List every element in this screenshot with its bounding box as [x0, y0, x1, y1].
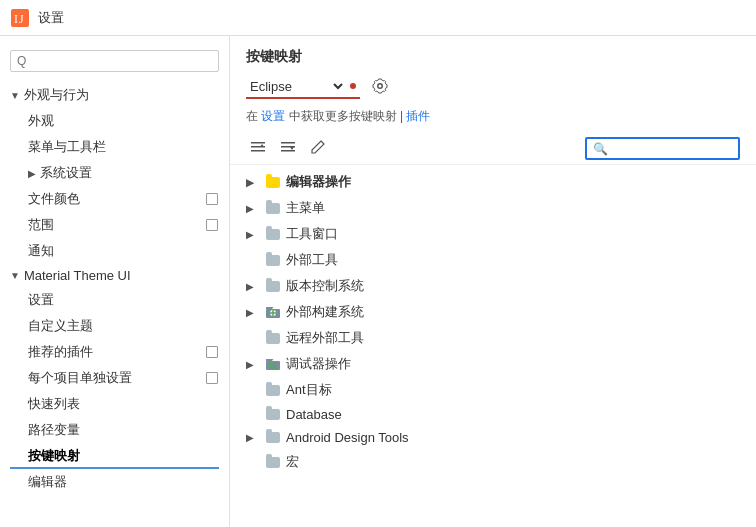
- tree-item-label: Database: [286, 407, 740, 422]
- svg-marker-6: [260, 144, 264, 147]
- folder-icon-wrapper: [264, 383, 282, 397]
- tree-item-label: Ant目标: [286, 381, 740, 399]
- app-icon: I J: [10, 8, 30, 28]
- collapse-all-button[interactable]: [276, 137, 300, 160]
- search-input[interactable]: [612, 141, 732, 156]
- recommended-plugins-badge: [205, 345, 219, 359]
- sidebar-item-label: 设置: [28, 291, 54, 309]
- sidebar-search-container[interactable]: [0, 44, 229, 78]
- tree-expand-icon: ▶: [246, 177, 262, 188]
- plugins-link[interactable]: 插件: [406, 109, 430, 123]
- folder-icon-wrapper: [264, 431, 282, 445]
- sidebar-item-label: 系统设置: [40, 164, 92, 182]
- keymap-modified-dot: [350, 83, 356, 89]
- content-area: 按键映射 Eclipse Default Visual Studio NetBe…: [230, 36, 756, 527]
- sidebar-item-appearance[interactable]: 外观: [0, 108, 229, 134]
- svg-marker-10: [290, 147, 294, 150]
- sidebar-search-input[interactable]: [10, 50, 219, 72]
- tree-item-tool-windows[interactable]: ▶ 工具窗口: [230, 221, 756, 247]
- folder-icon-wrapper: [264, 175, 282, 189]
- chevron-right-icon: ▶: [28, 168, 36, 179]
- tree-item-label: Android Design Tools: [286, 430, 740, 445]
- tree-item-external-build[interactable]: ▶ 外部构建系统: [230, 299, 756, 325]
- toolbar-row: 🔍: [230, 133, 756, 165]
- expand-all-button[interactable]: [246, 137, 270, 160]
- folder-icon-wrapper: [264, 408, 282, 422]
- folder-icon-wrapper: [264, 253, 282, 267]
- tree-expand-icon: ▶: [246, 359, 262, 370]
- sidebar-item-label: 按键映射: [28, 447, 80, 465]
- folder-gear-icon-wrapper: [264, 357, 282, 371]
- chevron-down-icon: ▼: [10, 270, 20, 281]
- build-folder-icon: [265, 305, 281, 319]
- tree-item-ant[interactable]: ▶ Ant目标: [230, 377, 756, 403]
- sidebar-item-custom-theme[interactable]: 自定义主题: [0, 313, 229, 339]
- sidebar-item-editor[interactable]: 编辑器: [0, 469, 229, 495]
- sidebar-item-file-colors[interactable]: 文件颜色: [0, 186, 229, 212]
- sidebar-group-appearance[interactable]: ▼ 外观与行为: [0, 82, 229, 108]
- tree-item-database[interactable]: ▶ Database: [230, 403, 756, 426]
- sidebar-item-label: 路径变量: [28, 421, 80, 439]
- sidebar-item-quick-list[interactable]: 快速列表: [0, 391, 229, 417]
- tree-item-label: 外部构建系统: [286, 303, 740, 321]
- svg-rect-7: [281, 142, 295, 144]
- tree-item-main-menu[interactable]: ▶ 主菜单: [230, 195, 756, 221]
- sidebar-item-settings[interactable]: 设置: [0, 287, 229, 313]
- sidebar-item-label: 文件颜色: [28, 190, 80, 208]
- svg-rect-3: [251, 142, 265, 144]
- tree-item-label: 编辑器操作: [286, 173, 740, 191]
- scope-badge: [205, 218, 219, 232]
- settings-link[interactable]: 设置: [261, 109, 285, 123]
- sidebar-item-recommended-plugins[interactable]: 推荐的插件: [0, 339, 229, 365]
- folder-icon-wrapper: [264, 279, 282, 293]
- tree-item-editor-actions[interactable]: ▶ 编辑器操作: [230, 169, 756, 195]
- folder-build-icon-wrapper: [264, 305, 282, 319]
- svg-text:J: J: [19, 12, 24, 26]
- tree-item-vcs[interactable]: ▶ 版本控制系统: [230, 273, 756, 299]
- sidebar-item-menus-toolbars[interactable]: 菜单与工具栏: [0, 134, 229, 160]
- tree-expand-icon: ▶: [246, 203, 262, 214]
- tree-item-label: 调试器操作: [286, 355, 740, 373]
- keymap-select[interactable]: Eclipse Default Visual Studio NetBeans: [246, 78, 346, 95]
- tree-item-label: 宏: [286, 453, 740, 471]
- edit-button[interactable]: [306, 137, 330, 160]
- sidebar-item-system-settings[interactable]: ▶ 系统设置: [0, 160, 229, 186]
- main-layout: ▼ 外观与行为 外观 菜单与工具栏 ▶ 系统设置 文件颜色 范围 通知 ▼ Ma…: [0, 36, 756, 527]
- debugger-folder-icon: [265, 357, 281, 371]
- content-link-row: 在 设置 中获取更多按键映射 | 插件: [246, 108, 740, 125]
- sidebar-item-label: 菜单与工具栏: [28, 138, 106, 156]
- tree-list: ▶ 编辑器操作 ▶ 主菜单 ▶ 工具窗口: [230, 165, 756, 527]
- sidebar-item-scope[interactable]: 范围: [0, 212, 229, 238]
- tree-item-external-tools[interactable]: ▶ 外部工具: [230, 247, 756, 273]
- tree-item-label: 工具窗口: [286, 225, 740, 243]
- tree-expand-icon: ▶: [246, 307, 262, 318]
- sidebar-item-label: 编辑器: [28, 473, 67, 491]
- tree-item-label: 外部工具: [286, 251, 740, 269]
- sidebar-item-label: 自定义主题: [28, 317, 93, 335]
- tree-expand-icon: ▶: [246, 432, 262, 443]
- keymap-settings-button[interactable]: [368, 76, 392, 100]
- tree-item-label: 版本控制系统: [286, 277, 740, 295]
- search-box[interactable]: 🔍: [585, 137, 740, 160]
- tree-item-macros[interactable]: ▶ 宏: [230, 449, 756, 475]
- sidebar-item-label: 快速列表: [28, 395, 80, 413]
- sidebar-item-label: 通知: [28, 242, 54, 260]
- content-header: 按键映射 Eclipse Default Visual Studio NetBe…: [230, 36, 756, 133]
- chevron-down-icon: ▼: [10, 90, 20, 101]
- window-title: 设置: [38, 9, 64, 27]
- folder-icon-wrapper: [264, 201, 282, 215]
- folder-icon-wrapper: [264, 331, 282, 345]
- sidebar-item-per-project[interactable]: 每个项目单独设置: [0, 365, 229, 391]
- svg-rect-5: [251, 150, 265, 152]
- tree-item-debugger[interactable]: ▶ 调试器操作: [230, 351, 756, 377]
- tree-item-remote-tools[interactable]: ▶ 远程外部工具: [230, 325, 756, 351]
- sidebar-item-keymap[interactable]: 按键映射: [0, 443, 229, 469]
- sidebar-group-material-theme[interactable]: ▼ Material Theme UI: [0, 264, 229, 287]
- sidebar-group-label: Material Theme UI: [24, 268, 131, 283]
- sidebar-item-notifications[interactable]: 通知: [0, 238, 229, 264]
- sidebar-item-path-variables[interactable]: 路径变量: [0, 417, 229, 443]
- file-colors-badge: [205, 192, 219, 206]
- svg-rect-9: [281, 150, 295, 152]
- tree-item-android-design[interactable]: ▶ Android Design Tools: [230, 426, 756, 449]
- sidebar-item-label: 每个项目单独设置: [28, 369, 132, 387]
